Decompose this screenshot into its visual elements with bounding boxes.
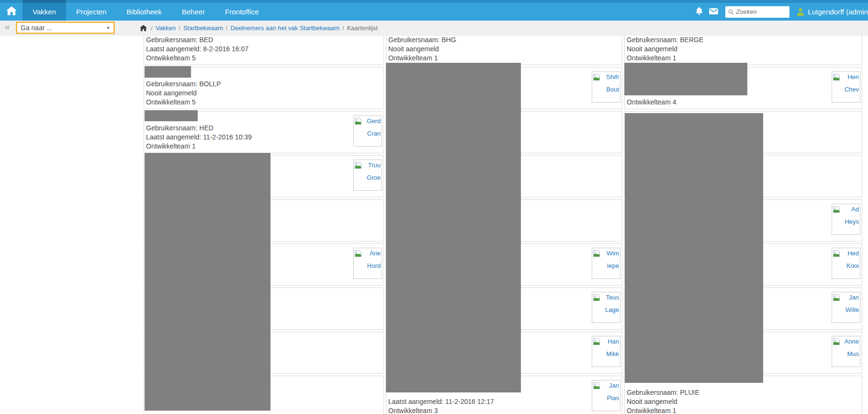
photo-alt-text: Jan bbox=[849, 294, 859, 301]
participant-detail: Ontwikkelteam 5 bbox=[146, 54, 382, 63]
photo-alt-text: Ad bbox=[851, 206, 859, 213]
redaction-box bbox=[145, 153, 271, 411]
profile-photo-link[interactable]: AdHeys bbox=[832, 204, 860, 235]
profile-photo-link[interactable]: WimIepe bbox=[592, 248, 620, 279]
breadcrumb-link-deelnemers-aan-het-vak-startbekwaam[interactable]: Deelnemers aan het vak Startbekwaam bbox=[230, 24, 339, 32]
user-menu[interactable]: Lutgendorff (admin bbox=[808, 8, 868, 16]
photo-alt-text: Hord bbox=[355, 262, 381, 270]
profile-photo-link[interactable]: HedKooi bbox=[832, 248, 860, 279]
participant-detail: Nooit aangemeld bbox=[146, 89, 382, 98]
photo-alt-text: Wim bbox=[607, 250, 619, 257]
profile-photo-link[interactable]: AnneMus bbox=[832, 336, 860, 367]
breadcrumb-separator: / bbox=[179, 24, 180, 32]
breadcrumb-link-vakken[interactable]: Vakken bbox=[156, 24, 176, 32]
participant-detail: Nooit aangemeld bbox=[388, 45, 620, 54]
nav-tab-label: Vakken bbox=[33, 8, 56, 16]
user-icon bbox=[797, 8, 804, 16]
participant-detail: Nooit aangemeld bbox=[627, 397, 860, 406]
breadcrumb-separator: / bbox=[151, 24, 153, 32]
photo-alt-text: Truu bbox=[368, 161, 381, 169]
broken-image-icon bbox=[833, 338, 840, 347]
broken-image-icon bbox=[833, 250, 840, 259]
home-icon bbox=[6, 6, 17, 17]
nav-tab-beheer[interactable]: Beheer bbox=[172, 3, 215, 21]
nav-tab-projecten[interactable]: Projecten bbox=[66, 3, 116, 21]
profile-photo-link[interactable]: ShifrBout bbox=[592, 71, 620, 103]
bell-icon bbox=[696, 7, 703, 17]
photo-alt-text: Lage bbox=[593, 306, 619, 314]
profile-photo-link[interactable]: JanWille bbox=[832, 292, 860, 323]
participant-detail: Ontwikkelteam 4 bbox=[627, 98, 860, 107]
photo-alt-text: Hed bbox=[847, 250, 859, 257]
nav-tab-label: Beheer bbox=[182, 8, 205, 16]
toolbar: « Ga naar ... ▼ /Vakken/Startbekwaam/Dee… bbox=[0, 21, 868, 35]
participant-card: Gebruikersnaam: BERGENooit aangemeldOntw… bbox=[624, 35, 862, 65]
redaction-box bbox=[624, 63, 747, 95]
redaction-box bbox=[145, 110, 198, 121]
photo-alt-text: Bout bbox=[593, 86, 619, 93]
participant-detail: Gebruikersnaam: BOLLP bbox=[146, 80, 382, 89]
profile-photo-link[interactable]: TeusLage bbox=[592, 292, 620, 323]
participant-detail: Ontwikkelteam 3 bbox=[388, 406, 620, 414]
photo-alt-text: Chev bbox=[833, 86, 859, 93]
home-button[interactable] bbox=[0, 3, 23, 21]
broken-image-icon bbox=[833, 74, 840, 82]
profile-photo-link[interactable]: HanMikk bbox=[592, 336, 620, 367]
photo-alt-text: Cran bbox=[355, 130, 381, 138]
participant-detail: Nooit aangemeld bbox=[627, 45, 860, 54]
participant-detail: Laatst aangemeld: 11-2-2016 10:39 bbox=[146, 133, 382, 142]
go-to-select[interactable]: Ga naar ... ▼ bbox=[16, 22, 115, 34]
chevron-down-icon: ▼ bbox=[106, 26, 110, 30]
photo-alt-text: Shifr bbox=[606, 73, 619, 80]
photo-alt-text: Groe bbox=[355, 174, 381, 182]
participant-detail: Ontwikkelteam 1 bbox=[388, 54, 620, 63]
collapse-sidebar-button[interactable]: « bbox=[5, 22, 10, 32]
broken-image-icon bbox=[593, 382, 600, 391]
participant-detail: Gebruikersnaam: HED bbox=[146, 124, 382, 133]
photo-alt-text: Mikk bbox=[593, 350, 619, 358]
profile-photo-link[interactable]: ArieHord bbox=[353, 248, 382, 279]
participant-detail: Gebruikersnaam: BHG bbox=[388, 35, 620, 45]
photo-alt-text: Han bbox=[608, 338, 619, 345]
breadcrumb-separator: / bbox=[342, 24, 344, 32]
broken-image-icon bbox=[593, 294, 600, 303]
broken-image-icon bbox=[833, 294, 840, 303]
participant-card: Gebruikersnaam: BEDLaatst aangemeld: 8-2… bbox=[144, 35, 384, 65]
photo-alt-text: Heys bbox=[833, 218, 859, 226]
broken-image-icon bbox=[593, 250, 600, 259]
nav-tab-bibliotheek[interactable]: Bibliotheek bbox=[116, 3, 171, 21]
messages-button[interactable] bbox=[709, 8, 718, 16]
breadcrumb-link-startbekwaam[interactable]: Startbekwaam bbox=[183, 24, 223, 32]
go-to-label: Ga naar ... bbox=[21, 24, 52, 32]
participant-detail: Ontwikkelteam 5 bbox=[146, 98, 382, 107]
nav-tab-frontoffice[interactable]: Frontoffice bbox=[215, 3, 269, 21]
photo-alt-text: Kooi bbox=[833, 262, 859, 270]
participant-card: Gebruikersnaam: BHGNooit aangemeldOntwik… bbox=[386, 35, 622, 65]
notifications-button[interactable] bbox=[696, 7, 703, 17]
participant-detail: Laatst aangemeld: 11-2-2016 12:17 bbox=[388, 397, 620, 406]
participant-detail: Ontwikkelteam 1 bbox=[627, 54, 860, 63]
nav-tab-label: Frontoffice bbox=[225, 8, 259, 16]
profile-photo-link[interactable]: JanPlas bbox=[592, 380, 620, 411]
breadcrumb-current: Kaartenlijst bbox=[347, 24, 378, 32]
redaction-box bbox=[386, 63, 521, 392]
breadcrumb-separator: / bbox=[226, 24, 228, 32]
redaction-box bbox=[625, 113, 763, 383]
profile-photo-link[interactable]: TruuGroe bbox=[353, 160, 382, 191]
photo-alt-text: Hen bbox=[847, 73, 859, 80]
profile-photo-link[interactable]: HenChev bbox=[832, 71, 860, 103]
photo-alt-text: Plas bbox=[593, 394, 619, 402]
breadcrumb: /Vakken/Startbekwaam/Deelnemers aan het … bbox=[140, 21, 378, 35]
profile-photo-link[interactable]: GerdCran bbox=[353, 115, 382, 147]
mail-icon bbox=[709, 8, 718, 16]
participant-detail: Ontwikkelteam 1 bbox=[627, 406, 860, 414]
photo-alt-text: Wille bbox=[833, 306, 859, 314]
participant-detail: Gebruikersnaam: BED bbox=[146, 35, 382, 45]
photo-alt-text: Anne bbox=[845, 338, 859, 345]
breadcrumb-home-icon[interactable] bbox=[140, 25, 147, 31]
participant-detail: Laatst aangemeld: 8-2-2016 16:07 bbox=[146, 45, 382, 54]
broken-image-icon bbox=[355, 162, 361, 171]
nav-tab-vakken[interactable]: Vakken bbox=[23, 3, 66, 21]
participant-detail: Gebruikersnaam: PLUIE bbox=[627, 388, 860, 397]
search-input[interactable] bbox=[725, 6, 789, 18]
